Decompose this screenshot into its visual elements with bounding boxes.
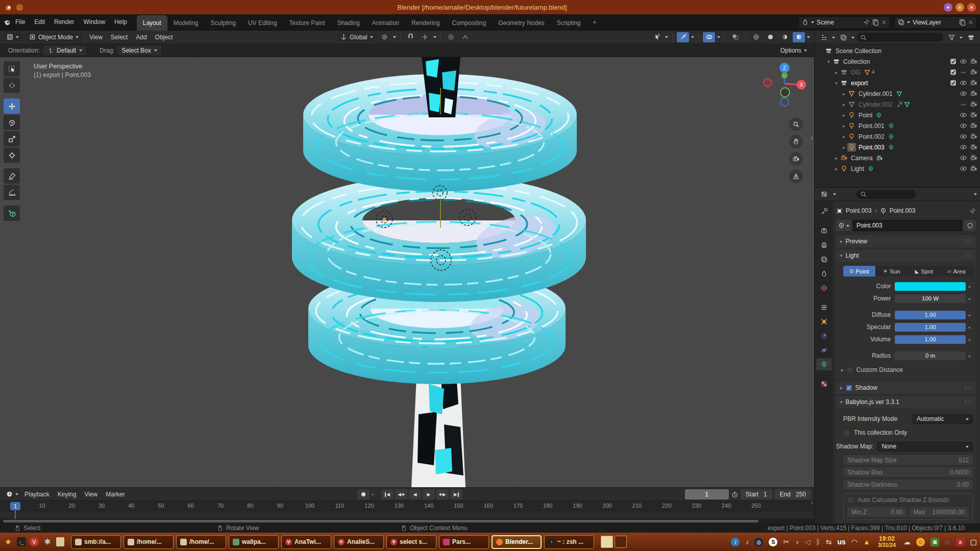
timeline-scrollbar-thumb[interactable] xyxy=(3,520,758,522)
check-toggle-icon[interactable] xyxy=(950,58,957,65)
eye-toggle-icon[interactable] xyxy=(960,112,967,118)
current-frame-field[interactable]: 1 xyxy=(685,489,729,499)
proportional-editing-button[interactable] xyxy=(445,32,457,42)
shading-wireframe-button[interactable] xyxy=(750,32,762,42)
transform-tool[interactable] xyxy=(4,147,20,163)
custom-distance-subpanel[interactable]: ▸ Custom Distance xyxy=(841,364,973,375)
outliner-row-point[interactable]: ▸ Point xyxy=(815,110,980,120)
bluetooth-tray-icon[interactable]: ᛒ xyxy=(816,538,820,545)
mode-selector[interactable]: Object Mode xyxy=(26,33,82,42)
workspace-tab-rendering[interactable]: Rendering xyxy=(405,15,446,31)
cam-toggle-icon[interactable] xyxy=(970,101,977,108)
emoji-tray-icon[interactable]: ☺ xyxy=(916,538,925,546)
menu-help[interactable]: Help xyxy=(110,14,132,30)
light-panel-header[interactable]: ▾Light ⠿⠿ xyxy=(836,249,976,262)
animate-dot-icon[interactable]: ● xyxy=(966,285,973,288)
screenshot-tray-icon[interactable]: ✂ xyxy=(783,538,789,545)
check-toggle-icon[interactable] xyxy=(950,80,957,86)
timeline-track[interactable] xyxy=(0,511,814,519)
new-scene-icon[interactable] xyxy=(872,19,879,26)
timeline-expand-icon[interactable]: ‹ xyxy=(811,499,813,506)
viewport-menu-select[interactable]: Select xyxy=(107,34,132,41)
tab-output[interactable] xyxy=(816,239,831,251)
current-frame-indicator[interactable]: 1 xyxy=(10,502,20,510)
taskbar-window--zsh-[interactable]: ›~ : zsh ... xyxy=(544,535,594,549)
volume-muted-tray-icon[interactable]: ◁ xyxy=(805,538,811,545)
window-maximize-button[interactable]: ≡ xyxy=(955,3,964,12)
babylon-panel-header[interactable]: ▾Babylon.js ver 3.3.1 ⠿⠿ xyxy=(836,396,976,408)
shadow-map-dropdown[interactable]: None xyxy=(877,442,973,452)
outliner-row-cylinder-002[interactable]: ▸ Cylinder.002 xyxy=(815,99,980,110)
gizmos-toggle-button[interactable] xyxy=(677,32,689,42)
outliner-row-point-001[interactable]: ▸ Point.001 xyxy=(815,120,980,131)
outliner-row-scene-collection[interactable]: Scene Collection xyxy=(815,45,980,56)
lightdata-icon[interactable] xyxy=(888,144,894,151)
menu-render[interactable]: Render xyxy=(50,14,79,30)
window-close-button[interactable]: ✕ xyxy=(967,3,976,12)
add-cube-tool[interactable] xyxy=(4,206,20,221)
shading-material-button[interactable] xyxy=(778,32,791,42)
light-type-spot[interactable]: ◣Spot xyxy=(908,266,941,277)
end-frame-field[interactable]: End250 xyxy=(775,489,811,499)
timeline-ruler[interactable]: 1020304050607080901001101201301401501601… xyxy=(0,501,814,511)
color-swatch[interactable] xyxy=(895,282,966,291)
workspace-2[interactable] xyxy=(615,536,627,548)
jump-to-start-button[interactable]: ◀ xyxy=(381,489,394,499)
terminal-launcher-icon[interactable]: ›_ xyxy=(17,537,26,546)
taskbar-window-pars-[interactable]: Pars... xyxy=(439,535,489,549)
play-button[interactable]: ▶ xyxy=(423,489,435,499)
rotate-tool[interactable] xyxy=(4,115,20,130)
workspace-pager[interactable] xyxy=(601,536,627,548)
animate-dot-icon[interactable]: ● xyxy=(966,325,973,329)
shadow-checkbox[interactable]: ✓ xyxy=(846,385,852,391)
move-tool[interactable] xyxy=(4,98,20,114)
outliner-row-point-002[interactable]: ▸ Point.002 xyxy=(815,131,980,142)
workspace-tab-modeling[interactable]: Modeling xyxy=(167,15,205,31)
tab-render[interactable] xyxy=(816,224,831,237)
navigation-gizmo[interactable]: Z X xyxy=(761,60,808,107)
app-menu-icon[interactable]: ★ xyxy=(3,537,13,547)
drag-dropdown[interactable]: Select Box xyxy=(117,46,161,55)
next-keyframe-button[interactable]: ◆▶ xyxy=(436,489,449,499)
animate-dot-icon[interactable]: ● xyxy=(966,354,973,358)
volume-slider[interactable]: 1.00 xyxy=(895,335,966,344)
remove-viewlayer-icon[interactable]: ✕ xyxy=(968,19,973,26)
eye-toggle-icon[interactable] xyxy=(960,90,967,97)
breadcrumb-data[interactable]: Point.003 xyxy=(890,207,916,214)
cam-toggle-icon[interactable] xyxy=(970,90,977,97)
light-type-sun[interactable]: ☀Sun xyxy=(876,266,909,277)
editor-type-button[interactable] xyxy=(3,33,22,41)
cam-toggle-icon[interactable] xyxy=(970,133,977,140)
shading-rendered-button[interactable] xyxy=(793,32,805,42)
workspace-tab-sculpting[interactable]: Sculpting xyxy=(205,15,242,31)
sidebar-collapse-icon[interactable]: ‹ xyxy=(811,134,813,142)
check-toggle-icon[interactable] xyxy=(950,69,957,76)
xray-toggle-button[interactable] xyxy=(729,32,741,42)
menu-edit[interactable]: Edit xyxy=(30,14,50,30)
workspace-tab-uv-editing[interactable]: UV Editing xyxy=(242,15,283,31)
taskbar-window-anatwi-[interactable]: VAnaTwi... xyxy=(281,535,331,549)
keyboard-layout-indicator[interactable]: us xyxy=(838,538,846,545)
zoom-button[interactable] xyxy=(789,117,803,131)
eye-toggle-icon[interactable] xyxy=(960,165,967,172)
taskbar-window--home-[interactable]: /home/... xyxy=(124,535,174,549)
power-field[interactable]: 100 W xyxy=(895,294,966,303)
auto-keying-button[interactable] xyxy=(357,489,370,499)
cam-toggle-icon[interactable] xyxy=(970,122,977,129)
tab-object[interactable] xyxy=(816,315,831,328)
tab-physics[interactable] xyxy=(816,344,831,356)
clock[interactable]: 19:02 3/31/24 xyxy=(878,536,896,548)
start-frame-field[interactable]: Start1 xyxy=(741,489,772,499)
calculator-tray-icon[interactable]: ▦ xyxy=(930,538,939,546)
properties-options-icon[interactable] xyxy=(974,193,977,197)
measure-tool[interactable] xyxy=(4,185,20,200)
3d-viewport[interactable]: User Perspective (1) export | Point.003 xyxy=(0,57,814,487)
media-player-launcher-icon[interactable]: V xyxy=(30,537,39,546)
add-workspace-tab[interactable]: + xyxy=(587,15,603,30)
selectability-button[interactable] xyxy=(651,32,663,42)
options-button[interactable]: Options xyxy=(780,47,807,54)
cam-toggle-icon[interactable] xyxy=(970,80,977,86)
select-box-tool[interactable] xyxy=(4,61,20,77)
cam-toggle-icon[interactable] xyxy=(970,58,977,65)
shading-solid-button[interactable] xyxy=(764,32,776,42)
